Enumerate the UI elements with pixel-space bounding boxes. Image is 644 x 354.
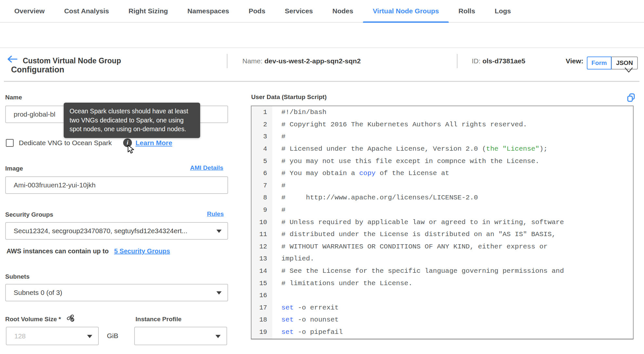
code-text: # http://www.apache.org/licenses/LICENSE… <box>272 194 478 201</box>
code-text: set -o pipefail <box>272 328 343 336</box>
vng-name-value: dev-us-west-2-app-sqn2-sqn2 <box>264 57 361 65</box>
line-number: 4 <box>251 145 272 153</box>
tab-bar: OverviewCost AnalysisRight SizingNamespa… <box>0 0 644 23</box>
vng-id-value: ols-d7381ae5 <box>483 57 525 65</box>
ocean-spark-tooltip: Ocean Spark clusters should have at leas… <box>64 103 200 138</box>
code-line[interactable]: 14# See the License for the specific lan… <box>251 265 633 277</box>
back-arrow-icon[interactable] <box>7 55 18 63</box>
security-groups-select[interactable]: Secu12324, secgroup23470870, segtuyfsd12… <box>5 222 228 240</box>
line-number: 17 <box>251 304 272 311</box>
subnets-select[interactable]: Subnets 0 (of 3) <box>5 284 228 301</box>
code-text: # <box>272 133 286 140</box>
copy-icon[interactable] <box>626 93 636 103</box>
mouse-cursor-icon <box>127 145 136 155</box>
configuration-section-title: Configuration <box>11 65 64 74</box>
code-text: # See the License for the specific langu… <box>272 267 564 275</box>
ami-details-link[interactable]: AMI Details <box>190 164 223 171</box>
code-line[interactable]: 7# <box>251 180 633 192</box>
line-number: 6 <box>251 170 272 177</box>
code-line[interactable]: 3# <box>251 131 633 143</box>
line-number: 7 <box>251 182 272 189</box>
vng-name: Name: dev-us-west-2-app-sqn2-sqn2 <box>242 57 361 65</box>
code-line[interactable]: 15# limitations under the License. <box>251 277 633 289</box>
line-number: 8 <box>251 194 272 201</box>
image-input[interactable] <box>5 176 228 194</box>
vng-name-label: Name: <box>242 57 263 65</box>
line-number: 2 <box>251 121 272 128</box>
caret-down-icon <box>216 230 222 233</box>
line-number: 14 <box>251 267 272 275</box>
code-line[interactable]: 18set -o nounset <box>251 314 633 326</box>
code-line[interactable]: 9# <box>251 204 633 216</box>
tab-namespaces[interactable]: Namespaces <box>178 0 239 22</box>
header-divider <box>457 54 457 68</box>
tab-overview[interactable]: Overview <box>5 0 54 22</box>
code-line[interactable]: 2# Copyright 2016 The Kubernetes Authors… <box>251 119 633 131</box>
security-groups-note: AWS instances can contain up to 5 Securi… <box>6 247 170 255</box>
code-line[interactable]: 19set -o pipefail <box>251 326 633 338</box>
dedicate-vng-checkbox[interactable] <box>6 139 14 147</box>
code-text: # you may not use this file except in co… <box>272 158 539 165</box>
gib-unit-label: GiB <box>107 332 118 340</box>
code-line[interactable]: 5# you may not use this file except in c… <box>251 155 633 167</box>
tab-nodes[interactable]: Nodes <box>323 0 363 22</box>
view-label: View: <box>566 57 583 65</box>
code-text: # Unless required by applicable law or a… <box>272 219 564 226</box>
tab-right-sizing[interactable]: Right Sizing <box>119 0 178 22</box>
code-line[interactable]: 13implied. <box>251 253 633 265</box>
code-text: # distributed under the License is distr… <box>272 231 556 238</box>
code-line[interactable]: 6# You may obtain a copy of the License … <box>251 167 633 180</box>
caret-down-icon <box>87 335 92 338</box>
code-text: set -o errexit <box>272 304 339 311</box>
subnets-label: Subnets <box>5 273 30 280</box>
chevron-down-icon[interactable] <box>625 67 633 73</box>
code-line[interactable]: 10# Unless required by applicable law or… <box>251 216 633 228</box>
code-line[interactable]: 11# distributed under the License is dis… <box>251 228 633 241</box>
root-volume-size-select[interactable]: 128 <box>6 327 99 345</box>
tab-logs[interactable]: Logs <box>485 0 521 22</box>
code-line[interactable]: 17set -o errexit <box>251 302 633 314</box>
line-number: 1 <box>251 108 272 116</box>
header: Custom Virtual Node Group Name: dev-us-w… <box>0 23 644 48</box>
line-number: 13 <box>251 255 272 262</box>
user-data-title: User Data (Startup Script) <box>251 94 327 101</box>
line-number: 5 <box>251 158 272 165</box>
code-text: # Licensed under the Apache License, Ver… <box>272 145 547 153</box>
code-text: # limitations under the License. <box>272 280 412 287</box>
user-data-code-editor[interactable]: 1#!/bin/bash2# Copyright 2016 The Kubern… <box>251 106 634 339</box>
tab-services[interactable]: Services <box>275 0 323 22</box>
root-volume-placeholder: 128 <box>14 332 26 340</box>
page-title: Custom Virtual Node Group <box>23 57 121 65</box>
code-line[interactable]: 4# Licensed under the Apache License, Ve… <box>251 143 633 155</box>
name-field-label: Name <box>5 94 22 101</box>
page: OverviewCost AnalysisRight SizingNamespa… <box>0 0 644 354</box>
tab-virtual-node-groups[interactable]: Virtual Node Groups <box>363 0 449 22</box>
tab-cost-analysis[interactable]: Cost Analysis <box>54 0 119 22</box>
code-line[interactable]: 8# http://www.apache.org/licenses/LICENS… <box>251 192 633 204</box>
tab-rolls[interactable]: Rolls <box>449 0 485 22</box>
instance-profile-select[interactable] <box>134 327 227 345</box>
code-text: # You may obtain a copy of the License a… <box>272 170 449 177</box>
vng-id: ID: ols-d7381ae5 <box>472 57 525 65</box>
code-line[interactable]: 1#!/bin/bash <box>251 106 633 119</box>
line-number: 11 <box>251 231 272 238</box>
rules-link[interactable]: Rules <box>207 210 224 218</box>
code-lines: 1#!/bin/bash2# Copyright 2016 The Kubern… <box>251 106 633 338</box>
security-groups-value: Secu12324, secgroup23470870, segtuyfsd12… <box>14 227 187 235</box>
tab-pods[interactable]: Pods <box>239 0 275 22</box>
code-line[interactable]: 12# WITHOUT WARRANTIES OR CONDITIONS OF … <box>251 241 633 253</box>
line-number: 10 <box>251 219 272 226</box>
security-groups-note-text: AWS instances can contain up to <box>6 247 109 255</box>
code-text: # Copyright 2016 The Kubernetes Authors … <box>272 121 527 128</box>
learn-more-link[interactable]: Learn More <box>135 139 172 147</box>
view-form-button[interactable]: Form <box>587 57 612 70</box>
image-field-label: Image <box>5 165 23 172</box>
dedicate-vng-label: Dedicate VNG to Ocean Spark <box>19 139 112 147</box>
line-number: 12 <box>251 243 272 250</box>
line-number: 19 <box>251 328 272 336</box>
header-divider <box>227 54 227 68</box>
five-security-groups-link[interactable]: 5 Security Groups <box>114 247 170 255</box>
code-text: # <box>272 206 286 214</box>
line-number: 15 <box>251 280 272 287</box>
code-line[interactable]: 16 <box>251 289 633 302</box>
